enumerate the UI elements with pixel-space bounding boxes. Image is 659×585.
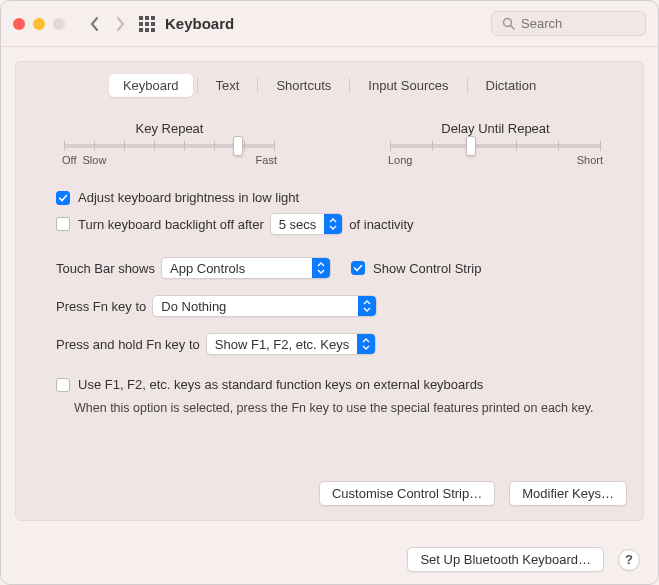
row-touchbar: Touch Bar shows App Controls Show Contro… bbox=[16, 253, 643, 283]
close-button[interactable] bbox=[13, 18, 25, 30]
key-repeat-off-label: Off bbox=[62, 154, 76, 166]
tab-input-sources[interactable]: Input Sources bbox=[354, 74, 462, 97]
customise-control-strip-button[interactable]: Customise Control Strip… bbox=[319, 481, 495, 506]
adjust-brightness-checkbox[interactable] bbox=[56, 191, 70, 205]
sliders-row: Key Repeat OffSlow Fast Delay Until Repe… bbox=[16, 97, 643, 172]
panel-button-row: Customise Control Strip… Modifier Keys… bbox=[319, 481, 627, 506]
delay-max-label: Short bbox=[577, 154, 603, 166]
minimize-button[interactable] bbox=[33, 18, 45, 30]
window-title: Keyboard bbox=[165, 15, 234, 32]
delay-thumb[interactable] bbox=[466, 136, 476, 156]
chevron-left-icon bbox=[90, 17, 99, 31]
use-fkeys-label: Use F1, F2, etc. keys as standard functi… bbox=[78, 377, 483, 392]
use-fkeys-help: When this option is selected, press the … bbox=[74, 400, 594, 418]
help-button[interactable]: ? bbox=[618, 549, 640, 571]
settings-panel: Keyboard Text Shortcuts Input Sources Di… bbox=[15, 61, 644, 521]
row-backlight-off: Turn keyboard backlight off after 5 secs… bbox=[16, 209, 643, 239]
zoom-button bbox=[53, 18, 65, 30]
search-field[interactable] bbox=[491, 11, 646, 36]
tab-shortcuts[interactable]: Shortcuts bbox=[262, 74, 345, 97]
forward-button[interactable] bbox=[109, 13, 131, 35]
touchbar-label: Touch Bar shows bbox=[56, 261, 155, 276]
stepper-icon bbox=[324, 214, 342, 234]
row-adjust-brightness: Adjust keyboard brightness in low light bbox=[16, 186, 643, 209]
show-control-strip-checkbox[interactable] bbox=[351, 261, 365, 275]
check-icon bbox=[353, 263, 363, 273]
titlebar: Keyboard bbox=[1, 1, 658, 47]
adjust-brightness-label: Adjust keyboard brightness in low light bbox=[78, 190, 299, 205]
key-repeat-group: Key Repeat OffSlow Fast bbox=[62, 121, 277, 166]
fn-hold-select[interactable]: Show F1, F2, etc. Keys bbox=[206, 333, 376, 355]
key-repeat-thumb[interactable] bbox=[233, 136, 243, 156]
row-fn-press: Press Fn key to Do Nothing bbox=[16, 291, 643, 321]
stepper-icon bbox=[357, 334, 375, 354]
key-repeat-label: Key Repeat bbox=[62, 121, 277, 136]
stepper-icon bbox=[312, 258, 330, 278]
delay-label: Delay Until Repeat bbox=[388, 121, 603, 136]
tab-keyboard[interactable]: Keyboard bbox=[109, 74, 193, 97]
touchbar-select[interactable]: App Controls bbox=[161, 257, 331, 279]
window-bottom-row: Set Up Bluetooth Keyboard… ? bbox=[407, 547, 640, 572]
fn-press-select[interactable]: Do Nothing bbox=[152, 295, 377, 317]
row-fn-hold: Press and hold Fn key to Show F1, F2, et… bbox=[16, 329, 643, 359]
backlight-off-prefix: Turn keyboard backlight off after bbox=[78, 217, 264, 232]
row-use-fkeys-help: When this option is selected, press the … bbox=[16, 396, 643, 422]
show-control-strip-label: Show Control Strip bbox=[373, 261, 481, 276]
fn-press-value: Do Nothing bbox=[161, 299, 358, 314]
key-repeat-min-label: Slow bbox=[82, 154, 106, 166]
search-icon bbox=[502, 17, 515, 30]
show-all-icon[interactable] bbox=[139, 16, 155, 32]
use-fkeys-checkbox[interactable] bbox=[56, 378, 70, 392]
traffic-lights bbox=[13, 18, 65, 30]
fn-press-label: Press Fn key to bbox=[56, 299, 146, 314]
tab-dictation[interactable]: Dictation bbox=[472, 74, 551, 97]
fn-hold-value: Show F1, F2, etc. Keys bbox=[215, 337, 357, 352]
back-button[interactable] bbox=[83, 13, 105, 35]
fn-hold-label: Press and hold Fn key to bbox=[56, 337, 200, 352]
modifier-keys-button[interactable]: Modifier Keys… bbox=[509, 481, 627, 506]
chevron-right-icon bbox=[116, 17, 125, 31]
delay-min-label: Long bbox=[388, 154, 412, 166]
row-use-fkeys: Use F1, F2, etc. keys as standard functi… bbox=[16, 373, 643, 396]
svg-line-1 bbox=[511, 26, 515, 30]
delay-slider[interactable] bbox=[390, 144, 601, 148]
tab-text[interactable]: Text bbox=[202, 74, 254, 97]
bluetooth-keyboard-button[interactable]: Set Up Bluetooth Keyboard… bbox=[407, 547, 604, 572]
backlight-off-suffix: of inactivity bbox=[349, 217, 413, 232]
backlight-off-checkbox[interactable] bbox=[56, 217, 70, 231]
tab-bar: Keyboard Text Shortcuts Input Sources Di… bbox=[16, 74, 643, 97]
window-frame: Keyboard Keyboard Text Shortcuts Input S… bbox=[0, 0, 659, 585]
key-repeat-max-label: Fast bbox=[256, 154, 277, 166]
touchbar-value: App Controls bbox=[170, 261, 312, 276]
delay-group: Delay Until Repeat Long Short bbox=[388, 121, 603, 166]
backlight-off-select[interactable]: 5 secs bbox=[270, 213, 344, 235]
backlight-off-value: 5 secs bbox=[279, 217, 325, 232]
check-icon bbox=[58, 193, 68, 203]
key-repeat-slider[interactable] bbox=[64, 144, 275, 148]
search-input[interactable] bbox=[521, 16, 635, 31]
stepper-icon bbox=[358, 296, 376, 316]
